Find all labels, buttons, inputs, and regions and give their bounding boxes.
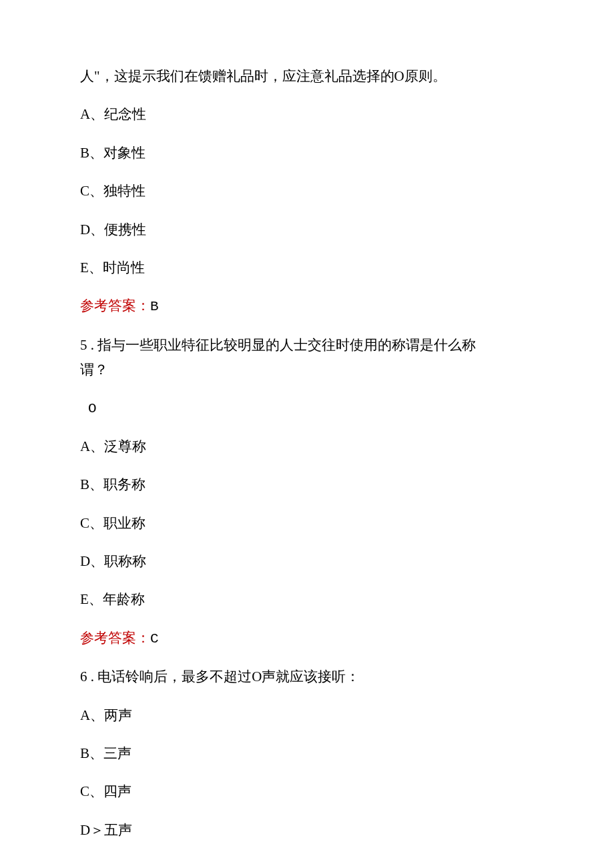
q5-text-line2: 谓？ — [80, 360, 534, 380]
q5-option-e: E、年龄称 — [80, 590, 534, 609]
q4-option-b: B、对象性 — [80, 143, 534, 163]
q6-option-b: B、三声 — [80, 744, 534, 763]
q5-answer-label: 参考答案： — [80, 630, 150, 646]
q6-option-d: D＞五声 — [80, 821, 534, 840]
q5-option-c: C、职业称 — [80, 514, 534, 533]
q5-option-d: D、职称称 — [80, 552, 534, 571]
q4-option-d: D、便携性 — [80, 220, 534, 240]
q4-option-a: A、纪念性 — [80, 105, 534, 124]
q4-answer: 参考答案：B — [80, 296, 534, 316]
q5-answer: 参考答案：C — [80, 628, 534, 648]
q5-answer-value: C — [150, 631, 159, 646]
q5-option-a: A、泛尊称 — [80, 437, 534, 456]
q4-option-c: C、独特性 — [80, 181, 534, 201]
q6-text: 6 . 电话铃响后，最多不超过O声就应该接听： — [80, 667, 534, 687]
q6-option-c: C、四声 — [80, 782, 534, 801]
q6-option-a: A、两声 — [80, 706, 534, 725]
question-4-fragment: 人"，这提示我们在馈赠礼品时，应注意礼品选择的O原则。 — [80, 67, 534, 86]
q4-option-e: E、时尚性 — [80, 258, 534, 278]
q4-answer-label: 参考答案： — [80, 298, 150, 314]
q4-answer-value: B — [150, 299, 159, 314]
q5-blank: O — [80, 399, 534, 418]
q5-text-line1: 5 . 指与一些职业特征比较明显的人士交往时使用的称谓是什么称 — [80, 336, 534, 355]
q5-option-b: B、职务称 — [80, 475, 534, 494]
